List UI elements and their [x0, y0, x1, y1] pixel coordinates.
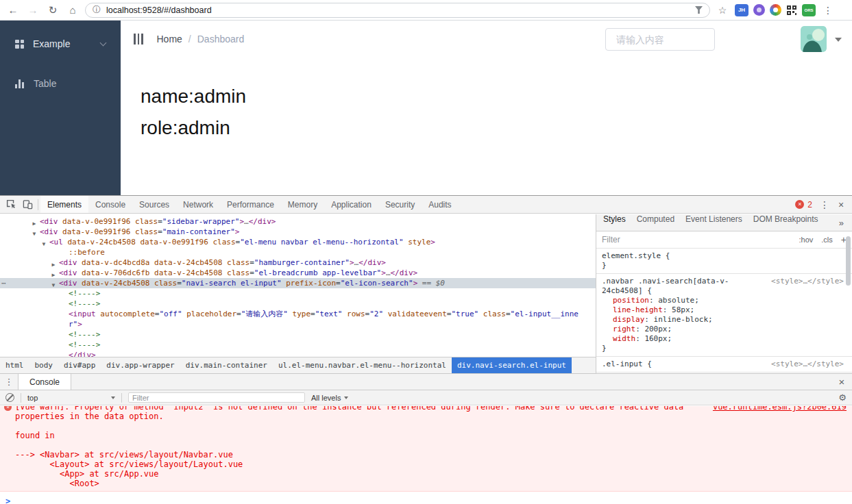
styles-tabs: StylesComputedEvent ListenersDOM Breakpo… — [598, 214, 823, 231]
devtools-tab-performance[interactable]: Performance — [220, 196, 281, 213]
context-label: top — [27, 394, 38, 402]
dom-tree-row[interactable]: <!----> — [0, 329, 596, 340]
dom-tree-row[interactable]: <!----> — [0, 299, 596, 309]
screen: ← → ↻ ⌂ ⓘ localhost:9528/#/dashboard ☆ J… — [0, 0, 852, 504]
styles-scrollbar[interactable] — [846, 236, 851, 286]
class-toggle[interactable]: .cls — [821, 236, 833, 244]
styles-tab-event-listeners[interactable]: Event Listeners — [680, 214, 748, 231]
drawer-menu-icon[interactable]: ⋮ — [0, 374, 18, 390]
devtools-tab-network[interactable]: Network — [176, 196, 220, 213]
navbar-search-input[interactable] — [605, 28, 715, 51]
css-rule[interactable]: element.style {} — [596, 249, 852, 274]
sidebar-item-example[interactable]: Example — [0, 29, 121, 59]
context-selector[interactable]: top — [27, 394, 115, 402]
dom-tree: ▶<div data-v-0e991f96 class="sidebar-wra… — [0, 214, 596, 357]
console-settings-icon[interactable]: ⚙ — [838, 392, 847, 403]
styles-panel: StylesComputedEvent ListenersDOM Breakpo… — [596, 214, 852, 373]
extension-purple-icon[interactable] — [753, 4, 765, 16]
dom-tree-row[interactable]: ::before — [0, 247, 596, 257]
dom-tree-row[interactable]: <!----> — [0, 288, 596, 299]
clear-console-icon[interactable] — [5, 393, 14, 402]
url-text: localhost:9528/#/dashboard — [106, 5, 690, 15]
extension-ors-icon[interactable]: ORS — [802, 4, 816, 16]
css-rule[interactable]: .el-input {<style>…</style> — [596, 357, 852, 373]
extension-qr-icon[interactable] — [786, 5, 797, 16]
dom-crumb[interactable]: div.navi-search.el-input — [452, 357, 572, 373]
styles-tab-dom-breakpoints[interactable]: DOM Breakpoints — [748, 214, 824, 231]
devtools-tab-console[interactable]: Console — [88, 196, 132, 213]
forward-button[interactable]: → — [25, 3, 40, 18]
css-property[interactable]: line-height: 58px; — [602, 305, 847, 315]
drawer-close-icon[interactable]: × — [831, 374, 852, 390]
css-property[interactable]: display: inline-block; — [602, 315, 847, 325]
back-button[interactable]: ← — [5, 3, 21, 18]
devtools-tab-elements[interactable]: Elements — [40, 196, 88, 213]
stylesheet-source-link[interactable]: <style>…</style> — [771, 360, 844, 369]
console-filter-input[interactable] — [128, 392, 305, 403]
funnel-icon[interactable] — [695, 6, 703, 14]
css-property[interactable]: position: absolute; — [602, 296, 847, 305]
stylesheet-source-link[interactable]: <style>…</style> — [771, 277, 844, 286]
css-property[interactable]: right: 200px; — [602, 325, 847, 334]
dom-tree-row[interactable]: ▼⋯<div data-v-24cb4508 class="navi-searc… — [0, 278, 596, 288]
inspect-element-icon[interactable] — [3, 197, 19, 213]
page-info-icon[interactable]: ⓘ — [93, 4, 101, 16]
dom-tree-row[interactable]: ▶<div data-v-dc4bcd8a data-v-24cb4508 cl… — [0, 257, 596, 268]
styles-tab-computed[interactable]: Computed — [631, 214, 680, 231]
dom-tree-row[interactable]: </div> — [0, 350, 596, 357]
devtools-tab-audits[interactable]: Audits — [422, 196, 458, 213]
error-source-link[interactable]: vue.runtime.esm.js?2b0e:619 — [713, 406, 847, 412]
dom-tree-row[interactable]: ▶<div data-v-706dc6fb data-v-24cb4508 cl… — [0, 268, 596, 278]
css-rule[interactable]: .navbar .navi-search[data-v- 24cb4508] {… — [596, 274, 852, 357]
sidebar-item-table[interactable]: Table — [0, 68, 121, 99]
devtools-menu-icon[interactable]: ⋮ — [816, 199, 833, 210]
dom-tree-row[interactable]: <!----> — [0, 340, 596, 350]
devtools-body: ▶<div data-v-0e991f96 class="sidebar-wra… — [0, 214, 852, 373]
styles-filter-input[interactable] — [602, 235, 705, 244]
error-count-badge[interactable]: × 2 — [791, 200, 816, 210]
devtools-tabbar: ElementsConsoleSourcesNetworkPerformance… — [0, 196, 852, 214]
log-levels-selector[interactable]: All levels — [311, 394, 348, 402]
dom-tree-row[interactable]: ▶<div data-v-0e991f96 class="sidebar-wra… — [0, 216, 596, 227]
styles-tab-styles[interactable]: Styles — [598, 214, 631, 231]
css-property[interactable]: width: 160px; — [602, 334, 847, 344]
breadcrumb-current: Dashboard — [197, 34, 245, 45]
dom-tree-row[interactable]: ▼<ul data-v-24cb4508 data-v-0e991f96 cla… — [0, 237, 596, 247]
dom-tree-row[interactable]: <input autocomplete="off" placeholder="请… — [0, 309, 596, 329]
console-prompt[interactable]: > — [0, 492, 852, 504]
dom-crumb[interactable]: html — [0, 357, 29, 373]
devtools-tab-application[interactable]: Application — [324, 196, 378, 213]
pseudo-state-toggle[interactable]: :hov — [799, 236, 814, 244]
breadcrumb-home[interactable]: Home — [157, 34, 182, 45]
more-tabs-icon[interactable]: » — [832, 218, 851, 228]
name-line: name:admin — [141, 81, 852, 112]
chevron-down-icon — [344, 396, 348, 399]
devtools-tab-security[interactable]: Security — [378, 196, 422, 213]
hamburger-icon[interactable] — [131, 31, 146, 47]
address-bar[interactable]: ⓘ localhost:9528/#/dashboard — [85, 3, 710, 18]
extension-pinwheel-icon[interactable] — [770, 4, 781, 16]
reload-button[interactable]: ↻ — [45, 3, 60, 18]
devtools-tab-memory[interactable]: Memory — [281, 196, 324, 213]
styles-tabbar: StylesComputedEvent ListenersDOM Breakpo… — [596, 214, 852, 231]
console-tab[interactable]: Console — [18, 374, 71, 390]
browser-toolbar: ← → ↻ ⌂ ⓘ localhost:9528/#/dashboard ☆ J… — [0, 0, 852, 21]
grid-icon — [15, 40, 24, 49]
devtools-close-icon[interactable]: × — [833, 199, 849, 210]
avatar-caret-icon[interactable] — [835, 38, 842, 42]
dom-crumb[interactable]: body — [29, 357, 59, 373]
devtools-tab-sources[interactable]: Sources — [132, 196, 176, 213]
dom-tree-row[interactable]: ▼<div data-v-0e991f96 class="main-contai… — [0, 227, 596, 237]
avatar[interactable] — [801, 26, 827, 52]
dom-crumb[interactable]: div#app — [58, 357, 101, 373]
dom-crumb[interactable]: ul.el-menu.navbar.el-menu--horizontal — [273, 357, 452, 373]
home-button[interactable]: ⌂ — [65, 3, 80, 18]
browser-menu-icon[interactable]: ⋮ — [820, 3, 836, 18]
dom-crumb[interactable]: div.app-wrapper — [101, 357, 180, 373]
device-toolbar-icon[interactable] — [19, 197, 36, 213]
error-icon: × — [4, 406, 12, 411]
extension-jh-icon[interactable]: JH — [735, 4, 748, 16]
bookmark-star-icon[interactable]: ☆ — [715, 3, 730, 18]
dom-crumb[interactable]: div.main-container — [180, 357, 273, 373]
toolbar-divider — [121, 393, 122, 403]
